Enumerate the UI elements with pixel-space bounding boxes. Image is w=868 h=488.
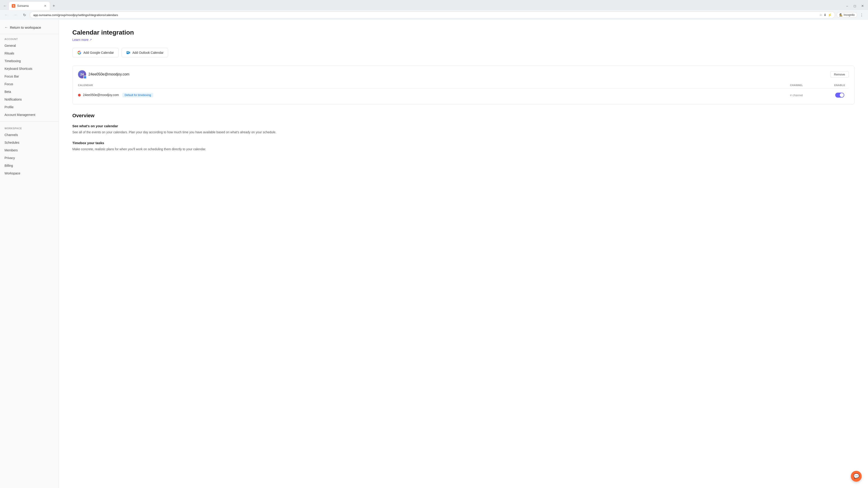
sidebar-item-notifications[interactable]: Notifications [0, 96, 59, 103]
calendar-account-email: 24ee050e@moodjoy.com [88, 72, 129, 76]
calendar-table-header: CALENDAR CHANNEL ENABLE [78, 82, 849, 89]
tab-close-button[interactable]: ✕ [43, 4, 47, 8]
hash-icon: # [790, 94, 792, 97]
sidebar-item-account-management[interactable]: Account Management [0, 111, 59, 119]
sidebar-item-label: Channels [4, 133, 18, 137]
remove-account-button[interactable]: Remove [830, 71, 849, 78]
window-controls: – ◻ ✕ [844, 2, 866, 9]
add-outlook-calendar-button[interactable]: Add Outlook Calendar [121, 48, 168, 57]
browser-chrome: ← S Sunsama ✕ + – ◻ ✕ ← → ↻ app.sunsama.… [0, 0, 868, 20]
channel-cell: # channel [790, 94, 831, 97]
overview-title: Overview [72, 113, 855, 119]
sidebar-divider [0, 121, 59, 122]
workspace-section-label: Workspace [0, 127, 59, 131]
sidebar-item-schedules[interactable]: Schedules [0, 139, 59, 147]
sidebar-item-label: Focus [4, 82, 13, 86]
restore-button[interactable]: ◻ [851, 2, 859, 9]
overview-item-2: Timebox your tasks Make concrete, realis… [72, 141, 855, 152]
calendar-name: 24ee050e@moodjoy.com Default for timebox… [83, 93, 790, 97]
sidebar-item-billing[interactable]: Billing [0, 162, 59, 169]
channel-col-header: CHANNEL [790, 84, 831, 87]
main-content: Calendar integration Learn more ↗ Add Go… [59, 20, 868, 488]
sidebar-item-label: Beta [4, 90, 11, 94]
svg-rect-2 [127, 52, 128, 52]
calendar-account-header: 24 24ee050e@moodjoy.com Remove [78, 70, 849, 78]
sidebar-item-label: Notifications [4, 98, 22, 101]
browser-menu-button[interactable]: ⋮ [858, 11, 865, 19]
svg-rect-1 [128, 52, 130, 54]
tab-favicon: S [12, 4, 16, 8]
page-title: Calendar integration [72, 29, 855, 36]
calendar-row: 24ee050e@moodjoy.com Default for timebox… [78, 90, 849, 100]
sidebar-item-label: Keyboard Shortcuts [4, 67, 32, 70]
return-arrow-icon: ← [4, 25, 8, 29]
calendar-color-dot [78, 94, 81, 96]
add-google-calendar-label: Add Google Calendar [84, 51, 114, 55]
minimize-button[interactable]: – [844, 2, 851, 9]
enable-toggle[interactable] [835, 93, 844, 98]
add-google-calendar-button[interactable]: Add Google Calendar [72, 48, 119, 57]
sidebar-item-channels[interactable]: Channels [0, 131, 59, 139]
sidebar-item-label: General [4, 44, 16, 47]
extensions-icon[interactable]: ⚡ [828, 13, 832, 17]
sidebar-item-label: Members [4, 149, 18, 152]
enable-col-header: ENABLE [831, 84, 849, 87]
incognito-icon: 🕵 [839, 13, 843, 17]
add-outlook-calendar-label: Add Outlook Calendar [132, 51, 164, 55]
sidebar-item-workspace[interactable]: Workspace [0, 169, 59, 177]
sidebar: ← Return to workspace Account General Ri… [0, 20, 59, 488]
browser-tab[interactable]: S Sunsama ✕ [9, 2, 50, 10]
learn-more-link[interactable]: Learn more ↗ [72, 38, 855, 41]
external-link-icon: ↗ [90, 38, 92, 41]
sidebar-item-focus[interactable]: Focus [0, 80, 59, 88]
new-tab-button[interactable]: + [51, 3, 57, 9]
google-icon [77, 51, 82, 55]
default-timebox-badge: Default for timeboxing [122, 93, 153, 97]
sidebar-item-profile[interactable]: Profile [0, 103, 59, 111]
sidebar-item-label: Schedules [4, 141, 19, 144]
overview-item-2-title: Timebox your tasks [72, 141, 855, 145]
avatar-badge [84, 76, 87, 79]
sidebar-item-beta[interactable]: Beta [0, 88, 59, 96]
sidebar-item-privacy[interactable]: Privacy [0, 154, 59, 162]
sidebar-item-members[interactable]: Members [0, 147, 59, 154]
sidebar-item-label: Rituals [4, 52, 14, 55]
workspace-section: Workspace Channels Schedules Members Pri… [0, 123, 59, 178]
overview-item-2-desc: Make concrete, realistic plans for when … [72, 147, 855, 152]
account-section-label: Account [0, 38, 59, 42]
overview-item-1-title: See what's on your calendar [72, 124, 855, 128]
chat-support-button[interactable]: 💬 [851, 471, 862, 482]
download-icon[interactable]: ⬇ [824, 13, 827, 17]
add-calendar-row: Add Google Calendar Add Outlook Calendar [72, 48, 855, 57]
address-bar[interactable]: app.sunsama.com/group/moodjoy/settings/i… [30, 11, 835, 18]
browser-action-icons: 🕵 Incognito ⋮ [837, 11, 865, 19]
sidebar-item-label: Billing [4, 164, 13, 167]
calendar-account-card: 24 24ee050e@moodjoy.com Remove CALENDAR … [72, 66, 855, 105]
sidebar-item-label: Account Management [4, 113, 35, 117]
tab-bar: ← S Sunsama ✕ + – ◻ ✕ [0, 0, 868, 10]
browser-back-button[interactable]: ← [3, 11, 10, 19]
return-to-workspace-label: Return to workspace [10, 26, 41, 29]
calendar-col-header: CALENDAR [78, 84, 790, 87]
sidebar-item-label: Privacy [4, 156, 15, 160]
chat-icon: 💬 [853, 473, 860, 479]
browser-refresh-button[interactable]: ↻ [21, 11, 28, 19]
sidebar-item-general[interactable]: General [0, 42, 59, 50]
sidebar-item-keyboard-shortcuts[interactable]: Keyboard Shortcuts [0, 65, 59, 72]
incognito-badge: 🕵 Incognito [837, 12, 857, 18]
sidebar-item-rituals[interactable]: Rituals [0, 50, 59, 57]
close-window-button[interactable]: ✕ [859, 2, 866, 9]
browser-forward-button[interactable]: → [12, 11, 19, 19]
account-section: Account General Rituals Timeboxing Keybo… [0, 34, 59, 120]
back-button[interactable]: ← [2, 3, 8, 9]
app-container: ← Return to workspace Account General Ri… [0, 20, 868, 488]
return-to-workspace-button[interactable]: ← Return to workspace [0, 20, 59, 34]
overview-item-1-desc: See all of the events on your calendars.… [72, 130, 855, 135]
avatar: 24 [78, 70, 86, 78]
sidebar-item-label: Workspace [4, 171, 20, 175]
bookmark-icon[interactable]: ☆ [819, 13, 822, 17]
outlook-icon [126, 51, 131, 55]
sidebar-item-label: Timeboxing [4, 59, 21, 63]
sidebar-item-focus-bar[interactable]: Focus Bar [0, 72, 59, 80]
sidebar-item-timeboxing[interactable]: Timeboxing [0, 57, 59, 65]
